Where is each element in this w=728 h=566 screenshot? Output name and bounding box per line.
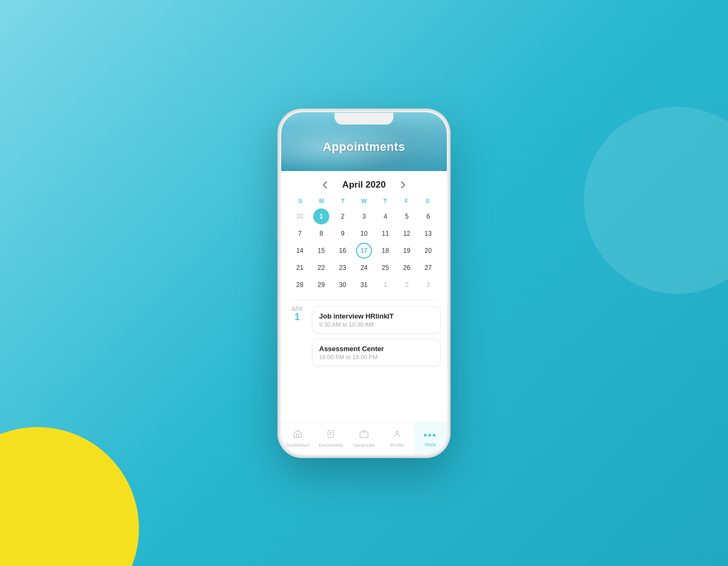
svg-point-6 [396,431,398,433]
document-icon [327,429,335,441]
calendar-grid: S M T W T F S 30123456789101112131415161… [281,196,447,293]
cal-day-4-1[interactable]: 29 [313,277,329,293]
cal-day-0-4[interactable]: 4 [377,208,393,224]
apt-title-2: Assessment Center [319,345,433,353]
appointment-date-1: Apr 1 [288,306,307,323]
calendar-divider [290,299,438,300]
teal-circle-decoration [584,107,728,294]
day-header-w: W [353,196,375,206]
cal-day-4-2[interactable]: 30 [335,277,351,293]
nav-item-more[interactable]: ••• More [414,423,447,454]
cal-day-2-3[interactable]: 17 [356,243,372,259]
bottom-nav: Dashboard Documents [281,422,447,454]
yellow-circle-decoration [0,427,139,566]
cal-day-3-4[interactable]: 25 [377,260,393,276]
prev-month-button[interactable] [319,179,331,191]
calendar-month-title: April 2020 [342,180,385,190]
apt-time-1: 9:30 AM to 10:30 AM [319,321,433,328]
cal-day-3-3[interactable]: 24 [356,260,372,276]
cal-day-4-4[interactable]: 1 [377,277,393,293]
day-header-s2: S [417,196,438,206]
cal-day-1-0[interactable]: 7 [292,226,308,242]
appointments-section: Apr 1 Job interview HRlinkIT 9:30 AM to … [281,306,447,378]
cal-day-2-6[interactable]: 20 [420,243,436,259]
cal-day-1-5[interactable]: 12 [399,226,415,242]
cal-day-1-4[interactable]: 11 [377,226,393,242]
cal-day-2-4[interactable]: 18 [377,243,393,259]
cal-day-0-0[interactable]: 30 [292,208,308,224]
phone-frame: Appointments April 2020 [278,110,450,457]
nav-item-profile[interactable]: Profile [381,423,414,454]
apt-day-1: 1 [288,312,307,323]
cal-day-0-6[interactable]: 6 [420,208,436,224]
appointment-row-1: Apr 1 Job interview HRlinkIT 9:30 AM to … [288,306,440,334]
apt-month-1: Apr [288,306,307,312]
cal-day-4-0[interactable]: 28 [292,277,308,293]
day-header-m: M [311,196,332,206]
next-month-button[interactable] [397,179,409,191]
appointment-row-2: Assessment Center 16:00 PM to 18:00 PM [288,339,440,366]
nav-item-documents[interactable]: Documents [314,423,347,454]
nav-item-dashboard[interactable]: Dashboard [281,423,314,454]
nav-label-more: More [425,442,436,447]
cal-day-1-1[interactable]: 8 [313,226,329,242]
nav-label-profile: Profile [390,443,404,448]
calendar-section: April 2020 S M T W T F S [281,171,447,422]
nav-label-documents: Documents [319,443,343,448]
home-icon [293,429,303,441]
day-header-f: F [396,196,417,206]
page-title: Appointments [323,129,405,154]
phone-notch [335,113,393,125]
calendar-nav: April 2020 [281,171,447,196]
cal-day-3-1[interactable]: 22 [313,260,329,276]
apt-title-1: Job interview HRlinkIT [319,312,433,320]
day-header-s1: S [290,196,311,206]
cal-day-1-2[interactable]: 9 [335,226,351,242]
cal-day-3-5[interactable]: 26 [399,260,415,276]
cal-day-2-5[interactable]: 19 [399,243,415,259]
calendar-days: 3012345678910111213141516171819202122232… [290,208,438,293]
cal-day-4-3[interactable]: 31 [356,277,372,293]
day-header-t2: T [375,196,396,206]
nav-item-vacancies[interactable]: Vacancies [347,423,381,454]
cal-day-3-0[interactable]: 21 [292,260,308,276]
cal-day-3-6[interactable]: 27 [420,260,436,276]
nav-label-vacancies: Vacancies [353,443,375,448]
day-headers: S M T W T F S [290,196,438,206]
cal-day-0-2[interactable]: 2 [335,208,351,224]
cal-day-0-3[interactable]: 3 [356,208,372,224]
appointment-card-1[interactable]: Job interview HRlinkIT 9:30 AM to 10:30 … [312,306,440,334]
briefcase-icon [359,429,369,441]
cal-day-4-6[interactable]: 3 [420,277,436,293]
svg-rect-4 [360,432,368,438]
cal-day-2-0[interactable]: 14 [292,243,308,259]
phone-screen: Appointments April 2020 [281,112,447,454]
cal-day-2-1[interactable]: 15 [313,243,329,259]
cal-day-4-5[interactable]: 2 [399,277,415,293]
cal-day-2-2[interactable]: 16 [335,243,351,259]
appointment-card-2[interactable]: Assessment Center 16:00 PM to 18:00 PM [312,339,440,366]
person-icon [393,429,401,441]
cal-day-3-2[interactable]: 23 [335,260,351,276]
cal-day-0-5[interactable]: 5 [399,208,415,224]
cal-day-0-1[interactable]: 1 [313,208,329,224]
apt-time-2: 16:00 PM to 18:00 PM [319,354,433,360]
dots-icon: ••• [424,430,437,441]
nav-label-dashboard: Dashboard [286,443,309,448]
day-header-t1: T [332,196,353,206]
cal-day-1-6[interactable]: 13 [420,226,436,242]
cal-day-1-3[interactable]: 10 [356,226,372,242]
